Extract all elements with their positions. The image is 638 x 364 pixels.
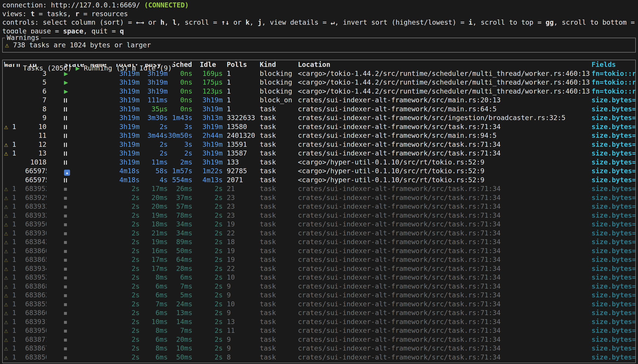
cell-location: <cargo>/tokio-1.44.2/src/runtime/schedul… xyxy=(298,78,590,87)
cell-id: 1018 xyxy=(25,158,46,167)
task-row-6838714[interactable]: ⚠ 168387142s6ms20ms2s9taskcrates/sui-ind… xyxy=(3,335,635,344)
cell-polls: 23 xyxy=(223,211,258,220)
task-row-9[interactable]: 93h19m3m30s1m43s3h13m3322633taskcrates/s… xyxy=(3,113,635,122)
column-header-idle[interactable]: Idle xyxy=(192,60,223,69)
task-row-6838659[interactable]: ⚠ 168386592s17ms64ms2s19taskcrates/sui-i… xyxy=(3,255,635,264)
cell-fields: size.bytes= xyxy=(590,131,635,140)
task-row-6839290[interactable]: ⚠ 168392902s20ms37ms2s23taskcrates/sui-i… xyxy=(3,193,635,202)
cell-kind: blocking xyxy=(258,87,298,96)
task-row-6659753[interactable]: 66597534m18s4s554ms4m13s2071task<cargo>/… xyxy=(3,176,635,184)
cell-busy: 6ms xyxy=(140,282,168,291)
cell-warn: ⚠ 1 xyxy=(3,282,25,291)
cell-kind: task xyxy=(258,317,298,326)
task-row-6838661[interactable]: ⚠ 168386612s16ms50ms2s19taskcrates/sui-i… xyxy=(3,246,635,256)
cell-busy: 21ms xyxy=(140,229,168,238)
cell-polls: 9 xyxy=(223,308,258,317)
task-row-6839311[interactable]: ⚠ 168393112s10ms14ms2s13taskcrates/sui-i… xyxy=(3,317,635,326)
cell-location: <cargo>/hyper-util-0.1.10/src/rt/tokio.r… xyxy=(298,176,590,184)
cell-idle: 123µs xyxy=(192,87,223,96)
cell-total: 2s xyxy=(115,273,140,282)
task-row-6838502[interactable]: ⚠ 168385022s6ms50ms2s8taskcrates/sui-ind… xyxy=(3,353,635,362)
cell-state xyxy=(46,149,90,158)
task-row-5[interactable]: 5▶3h19m3h19m0ns175µs1blocking<cargo>/tok… xyxy=(3,78,635,87)
cell-fields: size.bytes= xyxy=(590,282,635,291)
cell-total: 2s xyxy=(115,317,140,326)
task-row-13[interactable]: ⚠ 1133h19m2s2s3h19m13587taskcrates/sui-i… xyxy=(3,149,635,158)
task-row-6839508[interactable]: ⚠ 168395082s18ms34ms2s19taskcrates/sui-i… xyxy=(3,220,635,229)
cell-warn: ⚠ 1 xyxy=(3,273,25,282)
cell-polls: 13587 xyxy=(223,149,258,158)
cell-idle: 3h19m xyxy=(192,149,223,158)
task-row-11[interactable]: 113h19m3m44s30m50s2h44m2401320taskcrates… xyxy=(3,131,635,140)
task-row-6838554[interactable]: ⚠ 168385542s7ms24ms2s10taskcrates/sui-in… xyxy=(3,300,635,308)
task-row-6839301[interactable]: ⚠ 168393012s21ms34ms2s22taskcrates/sui-i… xyxy=(3,229,635,238)
cell-busy: 6ms xyxy=(140,335,168,344)
column-header-kind[interactable]: Kind xyxy=(258,60,298,69)
task-row-6838626[interactable]: ⚠ 168386262s6ms5ms2s9taskcrates/sui-inde… xyxy=(3,290,635,300)
cell-id: 6659753 xyxy=(25,176,46,184)
cell-kind: task xyxy=(258,122,298,131)
task-row-1018[interactable]: 10183h19m11ms2ms3h19m133task<cargo>/hype… xyxy=(3,158,635,167)
task-row-6838674[interactable]: ⚠ 168386742s8ms10ms2s9taskcrates/sui-ind… xyxy=(3,344,635,353)
column-header-location[interactable]: Location xyxy=(298,60,590,69)
task-row-6659752[interactable]: 6659752▲4m18s58s1m57s1m22s92785task<carg… xyxy=(3,166,635,176)
cell-state xyxy=(46,113,90,122)
cell-polls: 10 xyxy=(223,273,258,282)
task-row-6[interactable]: 6▶3h19m3h19m0ns123µs1blocking<cargo>/tok… xyxy=(3,87,635,96)
warn-count: 1 xyxy=(8,291,16,299)
cell-busy: 2s xyxy=(140,149,168,158)
task-row-6839344[interactable]: ⚠ 168393442s17ms28ms2s22taskcrates/sui-i… xyxy=(3,264,635,273)
warning-icon: ⚠ xyxy=(4,264,8,272)
task-row-8[interactable]: 83h19m35µs0ns3h19m1taskcrates/sui-indexe… xyxy=(3,104,635,114)
cell-sched: 34ms xyxy=(168,229,192,238)
cell-state: ▶ xyxy=(46,78,90,87)
cell-kind: task xyxy=(258,326,298,335)
cell-state: ▶ xyxy=(46,87,90,96)
cell-id: 13 xyxy=(25,149,46,158)
column-header-polls[interactable]: Polls xyxy=(223,60,258,69)
task-row-12[interactable]: ⚠ 1123h19m2s3s3h19m13591taskcrates/sui-i… xyxy=(3,140,635,149)
task-row-6838684[interactable]: ⚠ 168386842s6ms7ms2s9taskcrates/sui-inde… xyxy=(3,282,635,291)
cell-kind: task xyxy=(258,290,298,300)
stopped-icon xyxy=(64,197,67,200)
cell-busy: 35µs xyxy=(140,104,168,114)
warn-count: 1 xyxy=(8,149,16,157)
cell-warn: ⚠ 1 xyxy=(3,308,25,317)
task-row-6838428[interactable]: ⚠ 168384282s19ms89ms2s18taskcrates/sui-i… xyxy=(3,238,635,246)
cell-kind: task xyxy=(258,246,298,256)
cell-state xyxy=(46,176,90,184)
cell-busy: 6ms xyxy=(140,353,168,362)
task-row-10[interactable]: ⚠ 1103h19m2s3s3h19m13580taskcrates/sui-i… xyxy=(3,122,635,131)
stopped-icon xyxy=(64,214,67,218)
cell-kind: task xyxy=(258,335,298,344)
cell-polls: 2401320 xyxy=(223,131,258,140)
cell-sched: 5ms xyxy=(168,290,192,300)
cell-location: crates/sui-indexer-alt-framework/src/tas… xyxy=(298,211,590,220)
task-row-6839509[interactable]: ⚠ 168395092s8ms7ms2s11taskcrates/sui-ind… xyxy=(3,326,635,335)
task-row-6839526[interactable]: ⚠ 168395262s17ms26ms2s21taskcrates/sui-i… xyxy=(3,184,635,193)
cell-polls: 9 xyxy=(223,282,258,291)
help-line: views: t = tasks, r = resources xyxy=(2,10,638,18)
cell-state xyxy=(46,193,90,202)
cell-idle: 2s xyxy=(192,246,223,256)
cell-busy: 8ms xyxy=(140,344,168,353)
column-header-fields[interactable]: Fields xyxy=(590,60,635,69)
task-row-6839521[interactable]: ⚠ 168395212s8ms6ms2s10taskcrates/sui-ind… xyxy=(3,273,635,282)
task-row-6839333[interactable]: ⚠ 168393332s20ms57ms2s23taskcrates/sui-i… xyxy=(3,202,635,211)
help-text: , quit = xyxy=(83,27,120,35)
cell-polls: 19 xyxy=(223,255,258,264)
task-row-6838664[interactable]: ⚠ 168386642s6ms13ms2s9taskcrates/sui-ind… xyxy=(3,308,635,317)
cell-busy: 16ms xyxy=(140,246,168,256)
cell-total: 3h19m xyxy=(115,78,140,87)
task-row-7[interactable]: 73h19m111ms0ns3h19m1block_oncrates/sui-i… xyxy=(3,96,635,104)
pause-icon xyxy=(64,143,67,147)
cell-state xyxy=(46,238,90,246)
warn-count: 1 xyxy=(8,194,16,202)
pause-icon xyxy=(64,178,67,182)
cell-busy: 3h19m xyxy=(140,78,168,87)
warning-text: 738 tasks are 1024 bytes or larger xyxy=(9,41,151,49)
cell-id: 6838428 xyxy=(25,238,46,246)
task-row-6839329[interactable]: ⚠ 168393292s19ms78ms2s23taskcrates/sui-i… xyxy=(3,211,635,220)
cell-sched: 24ms xyxy=(168,300,192,308)
cell-fields: size.bytes= xyxy=(590,290,635,300)
